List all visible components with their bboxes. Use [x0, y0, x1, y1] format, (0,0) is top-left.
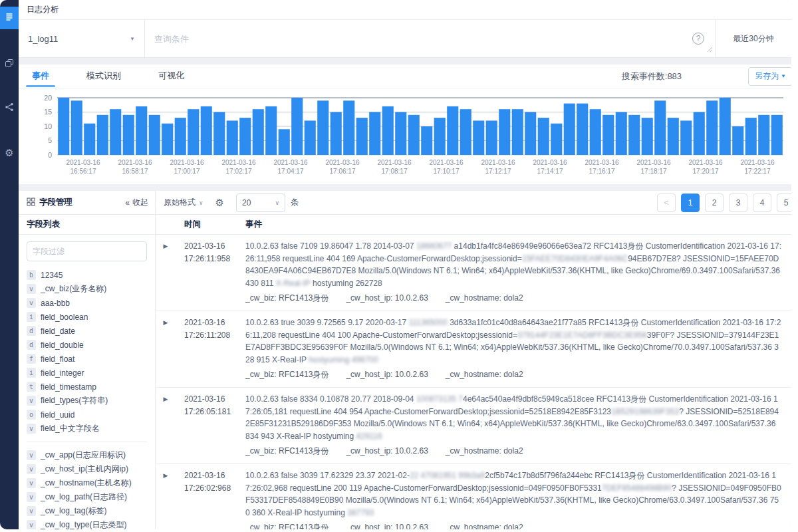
histogram-bar[interactable] [395, 112, 406, 156]
nav-item-settings[interactable]: ⚙ [0, 141, 19, 164]
field-item[interactable]: v_cw_app(日志应用标识) [27, 448, 147, 462]
histogram-bar[interactable] [343, 100, 354, 155]
field-item[interactable]: ifield_integer [27, 366, 147, 380]
histogram-bar[interactable] [123, 115, 134, 155]
collapse-fields-button[interactable]: « 收起 [125, 197, 148, 208]
row-expand-caret-icon[interactable]: ▶ [156, 240, 176, 305]
pagination-page-2[interactable]: 2 [705, 194, 724, 212]
time-range-selector[interactable]: 最近30分钟 [715, 20, 791, 57]
histogram-bar[interactable] [305, 120, 316, 155]
field-item[interactable]: v_cw_host_ip(主机内网ip) [27, 462, 147, 476]
histogram-bar[interactable] [577, 104, 588, 155]
event-tag[interactable]: _cw_hostname: dola2 [446, 445, 523, 458]
histogram-bar[interactable] [732, 126, 743, 155]
histogram-bar[interactable] [97, 115, 108, 155]
nav-item-topology[interactable] [0, 97, 19, 120]
field-item[interactable]: b12345 [27, 268, 147, 282]
field-item[interactable]: ofield_uuid [27, 408, 147, 422]
histogram-bar[interactable] [84, 124, 95, 155]
histogram-bar[interactable] [265, 106, 277, 155]
histogram-bar[interactable] [654, 100, 666, 155]
pagination-page-3[interactable]: 3 [729, 194, 747, 212]
nav-item-copy[interactable] [0, 53, 19, 76]
histogram-bar[interactable] [201, 106, 212, 155]
histogram-bar[interactable] [421, 126, 432, 155]
format-dropdown[interactable]: 原始格式 ∨ [164, 197, 203, 208]
help-icon[interactable]: ? [692, 33, 704, 45]
tab-3[interactable]: 可视化 [158, 65, 184, 88]
field-item[interactable]: v_cw_log_type(日志类型) [27, 518, 147, 529]
tab-2[interactable]: 模式识别 [86, 65, 121, 88]
field-item[interactable]: ifield_boolean [27, 310, 147, 324]
histogram-bar[interactable] [291, 98, 303, 155]
tab-1[interactable]: 事件 [32, 65, 49, 88]
field-filter-input[interactable] [27, 241, 147, 261]
histogram-bar[interactable] [745, 118, 757, 155]
histogram-bar[interactable] [680, 120, 692, 155]
histogram-bar[interactable] [447, 106, 458, 155]
row-expand-caret-icon[interactable]: ▶ [156, 393, 176, 458]
histogram-bar[interactable] [486, 120, 497, 155]
histogram-bar[interactable] [551, 124, 562, 155]
textarea-resize-handle[interactable] [707, 43, 713, 55]
histogram-bar[interactable] [628, 115, 640, 155]
histogram-bar[interactable] [668, 118, 679, 155]
histogram-bar[interactable] [473, 120, 484, 155]
histogram-bar[interactable] [460, 109, 471, 155]
event-tag[interactable]: _cw_hostname: dola2 [446, 368, 523, 381]
event-tag[interactable]: _cw_biz: RFC1413身份 [245, 292, 329, 305]
event-tag[interactable]: _cw_hostname: dola2 [446, 521, 523, 529]
histogram-bar[interactable] [642, 118, 653, 155]
histogram-bar[interactable] [525, 112, 536, 156]
histogram-bar[interactable] [149, 115, 160, 155]
event-tag[interactable]: _cw_biz: RFC1413身份 [245, 368, 329, 381]
event-tag[interactable]: _cw_host_ip: 10.0.2.63 [346, 292, 428, 305]
row-expand-caret-icon[interactable]: ▶ [156, 469, 176, 529]
histogram-bar[interactable] [58, 98, 69, 155]
histogram-bar[interactable] [317, 100, 329, 155]
event-tag[interactable]: _cw_biz: RFC1413身份 [245, 445, 329, 458]
pagination-page-1[interactable]: 1 [681, 194, 700, 212]
histogram-bar[interactable] [239, 118, 251, 155]
pagination-page-4[interactable]: 4 [753, 194, 771, 212]
histogram-bar[interactable] [408, 115, 420, 155]
event-tag[interactable]: _cw_host_ip: 10.0.2.63 [346, 368, 428, 381]
histogram-bar[interactable] [331, 112, 342, 156]
histogram-bar[interactable] [512, 109, 523, 155]
histogram-bar[interactable] [213, 112, 225, 156]
histogram-bar[interactable] [434, 118, 446, 155]
histogram-bar[interactable] [616, 112, 627, 156]
histogram-bar[interactable] [771, 115, 783, 155]
field-item[interactable]: dfield_date [27, 324, 147, 338]
table-settings-gear-icon[interactable]: ⚙ [215, 198, 224, 207]
histogram-bar[interactable] [382, 106, 394, 155]
query-input[interactable] [145, 34, 692, 44]
field-item[interactable]: tfield_timestamp [27, 380, 147, 394]
field-item[interactable]: vfield_types(字符串) [27, 394, 147, 408]
page-size-select[interactable]: 20 ∨ [236, 194, 285, 212]
field-item[interactable]: v_cw_log_path(日志路径) [27, 490, 147, 504]
histogram-bar[interactable] [706, 100, 718, 155]
field-item[interactable]: dfield_double [27, 338, 147, 352]
event-tag[interactable]: _cw_host_ip: 10.0.2.63 [346, 521, 428, 529]
save-as-button[interactable]: 另存为 ▼ [748, 67, 791, 86]
histogram-bar[interactable] [175, 118, 186, 155]
histogram-bar[interactable] [188, 109, 199, 155]
nav-item-log-analysis[interactable] [0, 7, 19, 29]
index-select[interactable]: 1_log11 ▼ [19, 20, 145, 57]
histogram-bar[interactable] [356, 118, 368, 155]
histogram-bar[interactable] [253, 109, 264, 155]
histogram-bar[interactable] [71, 100, 82, 155]
field-item[interactable]: v_cw_hostname(主机名称) [27, 476, 147, 490]
histogram-bar[interactable] [538, 118, 549, 155]
histogram-bar[interactable] [369, 112, 380, 156]
field-item[interactable]: vfield_中文字段名 [27, 422, 147, 436]
histogram-bar[interactable] [499, 109, 510, 155]
histogram-bar[interactable] [136, 106, 147, 155]
field-item[interactable]: v_cw_log_tag(标签) [27, 504, 147, 518]
histogram-bar[interactable] [602, 115, 614, 155]
field-item[interactable]: vaaa-bbb [27, 296, 147, 310]
field-item[interactable]: v_cw_biz(业务名称) [27, 282, 147, 296]
event-tag[interactable]: _cw_host_ip: 10.0.2.63 [346, 445, 428, 458]
histogram-bar[interactable] [758, 115, 769, 155]
